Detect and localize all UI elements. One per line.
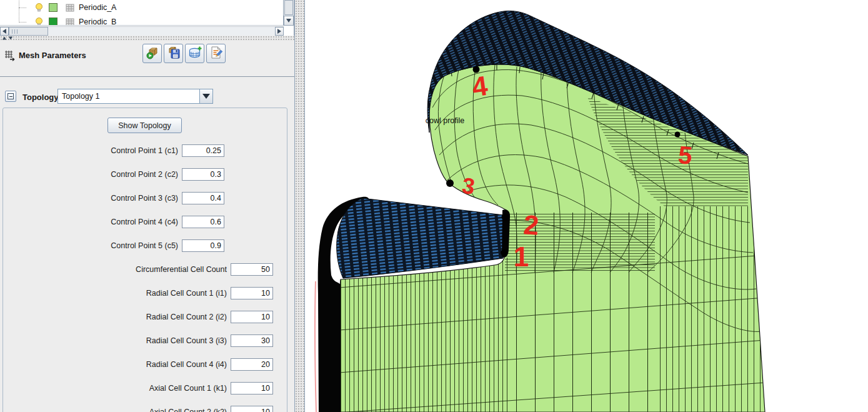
mesh-parameters-header: Mesh Parameters — [0, 41, 294, 76]
edit-mesh-button[interactable] — [206, 44, 226, 63]
field-row: Radial Cell Count 2 (i2) — [3, 311, 287, 323]
topology-section: Topology Topology 1 Show Topology Contro… — [0, 76, 294, 412]
field-row: Circumferential Cell Count — [3, 263, 287, 276]
color-swatch[interactable] — [49, 18, 57, 26]
point-marker-3[interactable] — [446, 179, 454, 187]
annotation-2: 2 — [522, 209, 540, 241]
field-label: Axial Cell Count 2 (k2) — [9, 408, 227, 412]
circumferential-cell-count-input[interactable] — [231, 263, 273, 276]
field-row: Radial Cell Count 4 (i4) — [3, 358, 287, 371]
collapse-down-icon[interactable] — [9, 37, 12, 40]
mesh-block-icon — [66, 4, 74, 12]
horizontal-splitter[interactable] — [0, 36, 294, 41]
save-mesh-icon — [167, 46, 181, 61]
field-label: Control Point 5 (c5) — [9, 241, 178, 250]
thumb-grip — [12, 29, 18, 34]
axial-cell-count-2-input[interactable] — [231, 406, 273, 412]
field-row: Radial Cell Count 3 (i3) — [3, 334, 287, 347]
collapse-up-icon[interactable] — [2, 37, 6, 40]
field-label: Radial Cell Count 3 (i3) — [9, 336, 227, 345]
mesh-canvas[interactable]: 4 3 2 1 5 cowl profile — [305, 0, 868, 412]
control-point-5-input[interactable] — [182, 239, 224, 252]
topology-label: Topology — [22, 93, 59, 102]
generate-mesh-button[interactable] — [142, 44, 162, 63]
dropdown-arrow-button[interactable] — [199, 89, 212, 103]
point-marker-1[interactable] — [501, 249, 507, 256]
vertical-splitter[interactable] — [294, 0, 305, 412]
field-row: Control Point 5 (c5) — [3, 239, 287, 252]
field-label: Circumferential Cell Count — [9, 265, 227, 274]
boundary-tree-panel: Periodic_A Periodic_B — [0, 0, 294, 36]
field-label: Radial Cell Count 4 (i4) — [9, 360, 227, 369]
tree-row-periodic-a[interactable]: Periodic_A — [0, 1, 283, 14]
application-window: Periodic_A Periodic_B — [0, 0, 868, 412]
field-label: Axial Cell Count 1 (k1) — [9, 384, 227, 393]
lightbulb-icon[interactable] — [34, 3, 44, 13]
control-point-2-input[interactable] — [182, 168, 224, 181]
tree-vertical-scrollbar[interactable] — [283, 0, 294, 26]
right-arrow-icon — [277, 29, 281, 34]
generate-mesh-icon — [146, 46, 159, 61]
lightbulb-icon[interactable] — [34, 17, 44, 26]
topology-dropdown[interactable]: Topology 1 — [57, 89, 213, 104]
down-arrow-icon — [286, 19, 291, 23]
create-grid-icon — [188, 46, 202, 61]
save-mesh-button[interactable] — [164, 44, 183, 63]
annotation-1: 1 — [514, 241, 529, 272]
minus-icon — [7, 93, 14, 99]
show-topology-button[interactable]: Show Topology — [107, 118, 182, 133]
create-grid-button[interactable] — [185, 44, 204, 63]
collapse-topology-button[interactable] — [5, 91, 16, 102]
scroll-left-button[interactable] — [0, 27, 9, 36]
axial-cell-count-1-input[interactable] — [231, 382, 273, 394]
tree-branch-dash — [19, 22, 26, 23]
chevron-down-icon — [202, 94, 210, 99]
radial-cell-count-3-input[interactable] — [231, 334, 273, 347]
field-row: Axial Cell Count 2 (k2) — [3, 406, 287, 412]
field-label: Control Point 3 (c3) — [9, 194, 178, 203]
control-point-3-input[interactable] — [182, 192, 224, 204]
cowl-profile-label: cowl profile — [426, 116, 465, 125]
boundary-tree[interactable]: Periodic_A Periodic_B — [0, 0, 283, 26]
scroll-right-button[interactable] — [275, 27, 284, 36]
panel-title: Mesh Parameters — [19, 51, 86, 60]
scrollbar-thumb[interactable] — [9, 27, 48, 36]
tree-branch-dash — [19, 8, 26, 8]
cowl-boundary-layer — [337, 198, 504, 278]
radial-cell-count-2-input[interactable] — [231, 311, 273, 323]
edit-document-icon — [209, 46, 223, 61]
point-marker-5[interactable] — [675, 132, 681, 138]
field-label: Control Point 4 (c4) — [9, 218, 178, 226]
mesh-parameters-icon — [3, 49, 16, 64]
field-row: Axial Cell Count 1 (k1) — [3, 382, 287, 394]
scrollbar-thumb[interactable] — [284, 0, 293, 15]
topology-parameters-panel: Show Topology Control Point 1 (c1) Contr… — [2, 108, 287, 412]
color-swatch[interactable] — [49, 3, 57, 12]
hub-curve-line — [315, 281, 316, 412]
control-point-4-input[interactable] — [182, 216, 224, 228]
tree-item-label[interactable]: Periodic_B — [79, 18, 116, 26]
field-label: Radial Cell Count 1 (i1) — [9, 289, 227, 298]
radial-cell-count-4-input[interactable] — [231, 358, 273, 371]
field-row: Control Point 1 (c1) — [3, 144, 287, 157]
field-label: Radial Cell Count 2 (i2) — [9, 313, 227, 321]
point-marker-2[interactable] — [502, 214, 509, 221]
field-row: Control Point 4 (c4) — [3, 216, 287, 228]
field-row: Control Point 3 (c3) — [3, 192, 287, 204]
field-row: Radial Cell Count 1 (i1) — [3, 287, 287, 299]
control-point-1-input[interactable] — [182, 144, 224, 157]
mesh-viewport[interactable]: 4 3 2 1 5 cowl profile — [305, 0, 868, 412]
tree-row-periodic-b[interactable]: Periodic_B — [0, 15, 283, 26]
radial-cell-count-1-input[interactable] — [231, 287, 273, 299]
tree-horizontal-scrollbar[interactable] — [0, 26, 284, 36]
field-label: Control Point 2 (c2) — [9, 170, 178, 179]
field-row: Control Point 2 (c2) — [3, 168, 287, 181]
tree-item-label[interactable]: Periodic_A — [79, 3, 116, 12]
mesh-block-icon — [66, 18, 74, 26]
field-label: Control Point 1 (c1) — [9, 146, 178, 155]
topology-dropdown-value: Topology 1 — [58, 92, 199, 101]
scroll-down-button[interactable] — [284, 16, 294, 26]
annotation-5: 5 — [677, 141, 694, 169]
left-arrow-icon — [2, 29, 6, 34]
